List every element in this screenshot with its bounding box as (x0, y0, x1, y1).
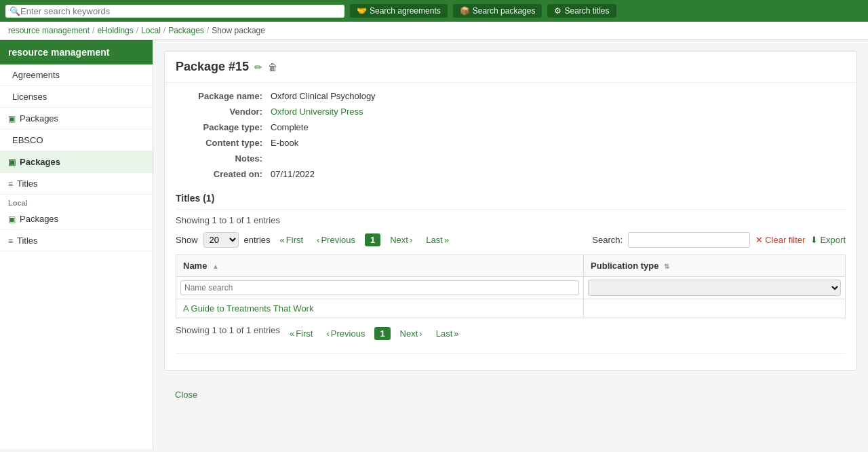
title-name-cell: A Guide to Treatments That Work (176, 299, 584, 318)
detail-label-content: Content type: (176, 138, 271, 148)
detail-label-vendor: Vendor: (176, 107, 271, 117)
name-filter-cell (176, 277, 584, 299)
sidebar-item-packages-main[interactable]: ▣ Packages (0, 108, 153, 130)
sidebar-item-packages-local2[interactable]: ▣ Packages (0, 208, 153, 230)
sidebar-local-label: Local (0, 195, 153, 208)
col-header-name[interactable]: Name ▲ (176, 255, 584, 277)
prev-icon-bottom: ‹ (326, 328, 329, 339)
previous-button-bottom[interactable]: ‹ Previous (322, 326, 369, 341)
sidebar-item-label: Titles (17, 178, 38, 189)
entries-label: entries (244, 235, 271, 245)
sidebar-item-agreements[interactable]: Agreements (0, 64, 153, 86)
close-button[interactable]: Close (175, 390, 197, 400)
sidebar-item-titles[interactable]: ≡ Titles (0, 173, 153, 195)
agreements-icon: 🤝 (357, 6, 367, 16)
detail-label-notes: Notes: (176, 153, 271, 164)
breadcrumb: resource management / eHoldings / Local … (0, 22, 868, 40)
detail-value-content: E-book (271, 138, 298, 148)
search-packages-button[interactable]: 📦 Search packages (453, 4, 542, 18)
name-sort-icon: ▲ (212, 263, 219, 270)
search-agreements-button[interactable]: 🤝 Search agreements (350, 4, 448, 18)
detail-row-notes: Notes: (176, 153, 846, 164)
last-icon-bottom: » (454, 328, 458, 339)
sidebar-item-ebsco[interactable]: EBSCO (0, 130, 153, 151)
detail-value-name: Oxford Clinical Psychology (271, 91, 376, 101)
sidebar-title: resource management (0, 40, 153, 64)
detail-row-type: Package type: Complete (176, 122, 846, 132)
search-bar[interactable]: 🔍 (5, 5, 344, 18)
titles-local-icon: ≡ (8, 236, 13, 246)
first-icon-bottom: « (290, 328, 294, 339)
page-number-bottom: 1 (374, 327, 390, 340)
next-button-bottom[interactable]: Next › (396, 326, 427, 341)
name-filter-input[interactable] (180, 280, 579, 295)
sidebar-item-label: Packages (20, 214, 58, 224)
packages-icon: 📦 (460, 6, 470, 16)
detail-row-name: Package name: Oxford Clinical Psychology (176, 91, 846, 101)
col-header-pubtype[interactable]: Publication type ⇅ (584, 255, 846, 277)
breadcrumb-current: Show package (212, 26, 265, 35)
main-content: Package #15 ✏ 🗑 Package name: Oxford Cli… (153, 40, 868, 449)
first-button-top[interactable]: « First (276, 233, 308, 247)
edit-button[interactable]: ✏ (254, 62, 262, 73)
showing-text-top: Showing 1 to 1 of 1 entries (176, 215, 846, 225)
titles-table: Name ▲ Publication type ⇅ (176, 255, 846, 318)
breadcrumb-local[interactable]: Local (141, 26, 161, 35)
sidebar-item-label: Packages (20, 157, 60, 167)
first-button-bottom[interactable]: « First (285, 326, 317, 341)
detail-label-type: Package type: (176, 122, 271, 132)
breadcrumb-resource-management[interactable]: resource management (8, 26, 90, 35)
package-header: Package #15 ✏ 🗑 (165, 52, 856, 83)
bottom-pagination-bar: Showing 1 to 1 of 1 entries « First ‹ Pr… (176, 325, 846, 342)
search-icon: 🔍 (9, 6, 20, 16)
top-pagination-bar: Show 10 20 50 100 entries « First ‹ Pr (176, 232, 846, 248)
pubtype-filter-select[interactable] (588, 280, 841, 296)
prev-icon-top: ‹ (317, 235, 319, 245)
breadcrumb-eholdings[interactable]: eHoldings (97, 26, 133, 35)
sidebar-item-titles-local[interactable]: ≡ Titles (0, 230, 153, 252)
search-titles-button[interactable]: ⚙ Search titles (547, 4, 616, 18)
package-container: Package #15 ✏ 🗑 Package name: Oxford Cli… (164, 51, 857, 371)
previous-button-top[interactable]: ‹ Previous (313, 233, 359, 247)
sidebar-item-label: Titles (17, 236, 38, 246)
export-button[interactable]: ⬇ Export (810, 235, 846, 245)
titles-heading: Titles (1) (176, 193, 846, 204)
delete-button[interactable]: 🗑 (268, 62, 277, 73)
clear-filter-button[interactable]: ✕ Clear filter (755, 235, 805, 245)
sidebar-item-packages-local[interactable]: ▣ Packages (0, 151, 153, 173)
title-link[interactable]: A Guide to Treatments That Work (183, 303, 313, 314)
last-button-top[interactable]: Last » (422, 233, 453, 247)
sidebar: resource management Agreements Licenses … (0, 40, 153, 449)
show-select[interactable]: 10 20 50 100 (203, 232, 239, 248)
next-button-top[interactable]: Next › (386, 233, 416, 247)
detail-value-created: 07/11/2022 (271, 169, 315, 179)
vendor-link[interactable]: Oxford University Press (271, 107, 363, 117)
packages-main-icon: ▣ (8, 114, 16, 124)
close-section: Close (164, 381, 857, 408)
last-button-bottom[interactable]: Last » (432, 326, 463, 341)
titles-icon: ⚙ (554, 6, 561, 16)
title-pubtype-cell (584, 299, 846, 318)
clear-icon: ✕ (755, 235, 763, 245)
breadcrumb-packages[interactable]: Packages (168, 26, 204, 35)
next-icon-bottom: › (419, 328, 422, 339)
sidebar-item-label: Packages (20, 113, 58, 124)
packages-local2-icon: ▣ (8, 214, 16, 224)
detail-row-content: Content type: E-book (176, 138, 846, 148)
detail-row-vendor: Vendor: Oxford University Press (176, 107, 846, 117)
sidebar-item-label: Agreements (12, 70, 60, 80)
page-number-top: 1 (365, 233, 380, 246)
detail-label-name: Package name: (176, 91, 271, 101)
top-bar: 🔍 🤝 Search agreements 📦 Search packages … (0, 0, 868, 22)
filter-row (176, 277, 846, 299)
table-search-input[interactable] (628, 232, 750, 248)
last-icon-top: » (444, 235, 449, 245)
detail-value-vendor: Oxford University Press (271, 107, 363, 117)
sidebar-item-licenses[interactable]: Licenses (0, 86, 153, 108)
titles-nav-icon: ≡ (8, 179, 13, 189)
table-row: A Guide to Treatments That Work (176, 299, 846, 318)
show-label: Show (176, 235, 198, 245)
export-icon: ⬇ (810, 235, 818, 245)
search-input[interactable] (20, 6, 340, 16)
detail-value-type: Complete (271, 122, 309, 132)
